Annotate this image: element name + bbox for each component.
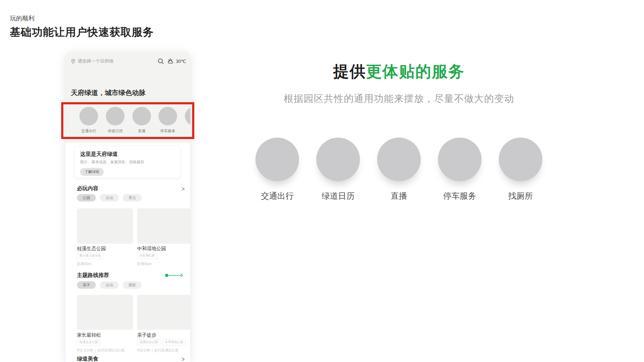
route-tag: 桂溪生态公园 (77, 339, 100, 346)
right-panel-subtitle: 根据园区共性的通用功能来摆放，尽量不做大的变动 (225, 92, 572, 105)
service-label: 交通出行 (250, 190, 304, 202)
must-play-tags: 公园 活动 景点 (77, 194, 142, 202)
park-image-placeholder[interactable] (137, 208, 190, 244)
title-green-part: 更体贴的服务 (366, 63, 465, 80)
route-name[interactable]: 亲子徒步 (137, 332, 156, 338)
route-tag: 中和湿地公园 (162, 339, 186, 346)
route-arrow-icon[interactable] (165, 273, 185, 278)
parking-circle-icon (438, 138, 482, 181)
food-header: 绿道美食 > (77, 356, 185, 362)
tag-park[interactable]: 公园 (77, 194, 96, 202)
route-tags: 桂溪生态公园 中和湿地公园 (137, 339, 186, 346)
service-label: 直播 (372, 190, 426, 202)
toilet-circle-icon (499, 138, 542, 181)
intro-card-title: 这里是天府绿道 (80, 151, 175, 158)
route-image-placeholder[interactable] (137, 295, 190, 330)
park-tags: 抖音网红桥 (137, 253, 157, 259)
service-parking: 停车服务 (433, 138, 487, 202)
tag-activity[interactable]: 活动 (100, 194, 119, 202)
tag-photo[interactable]: 摄影 (123, 281, 142, 289)
route-image-placeholder[interactable] (77, 295, 133, 330)
intro-card: 这里是天府绿道 简介、基本信息、发展历史、后续规划 了解详情 (74, 146, 181, 178)
search-icon[interactable] (158, 58, 164, 64)
slide-title: 基础功能让用户快速获取服务 (10, 25, 154, 40)
park-tags: 最大露天游乐场 (77, 253, 103, 259)
right-panel-title: 提供更体贴的服务 (250, 61, 547, 82)
tag-sports[interactable]: 运动 (100, 281, 119, 289)
search-placeholder: 请选择一个目的地 (78, 58, 158, 64)
must-play-header: 必玩内容 > (77, 185, 185, 192)
service-transport: 交通出行 (250, 138, 304, 202)
slide-page: 玩的顺利 基础功能让用户快速获取服务 请选择一个目的地 (0, 0, 644, 362)
temperature-label: 30℃ (176, 59, 186, 64)
transport-circle-icon (255, 138, 299, 181)
service-toilet: 找厕所 (494, 138, 547, 202)
annotation-red-box (61, 102, 194, 139)
live-circle-icon (377, 138, 421, 181)
location-pin-icon (71, 59, 75, 64)
tag-scenic[interactable]: 景点 (123, 194, 142, 202)
phone-hero-title: 天府绿道，城市绿色动脉 (71, 88, 146, 98)
food-arrow-icon[interactable]: > (182, 356, 185, 362)
route-tags: 桂溪生态公园 (77, 339, 100, 346)
tag-family[interactable]: 亲子 (77, 281, 96, 289)
calendar-circle-icon (316, 138, 360, 181)
weather-icon[interactable] (167, 58, 175, 64)
must-play-arrow-icon[interactable]: > (182, 185, 185, 192)
park-name[interactable]: 中和湿地公园 (137, 246, 166, 252)
slide-eyebrow: 玩的顺利 (10, 14, 34, 23)
title-black-part: 提供 (333, 63, 366, 80)
services-row: 交通出行 绿道日历 直播 停车服务 找厕所 (250, 138, 547, 202)
route-tag: 桂溪生态公园 (137, 339, 160, 346)
route-name[interactable]: 家长最轻松 (77, 332, 101, 338)
park-distance: 距离5km (77, 262, 92, 267)
routes-tags: 亲子 运动 摄影 (77, 281, 142, 289)
park-image-placeholder[interactable] (77, 208, 133, 244)
park-tag: 最大露天游乐场 (77, 253, 103, 259)
phone-screen: 请选择一个目的地 30℃ 天府绿 (65, 53, 190, 362)
route-meta: 约1.5小时｜步行距离0.5公里 (77, 348, 125, 353)
service-live: 直播 (372, 138, 426, 202)
park-distance: 距离5km (137, 262, 152, 267)
route-meta: 约2小时｜步行距离6公里 (137, 348, 179, 353)
routes-title: 主题路线推荐 (77, 272, 109, 279)
food-title: 绿道美食 (77, 356, 98, 362)
service-label: 绿道日历 (311, 190, 365, 202)
service-label: 停车服务 (433, 190, 487, 202)
service-label: 找厕所 (494, 190, 547, 202)
must-play-title: 必玩内容 (77, 185, 98, 192)
service-calendar: 绿道日历 (311, 138, 365, 202)
park-name[interactable]: 桂溪生态公园 (77, 246, 106, 252)
park-tag: 抖音网红桥 (137, 253, 157, 259)
search-bar[interactable]: 请选择一个目的地 30℃ (71, 57, 186, 65)
intro-details-button[interactable]: 了解详情 (80, 168, 104, 176)
intro-card-subtitle: 简介、基本信息、发展历史、后续规划 (80, 160, 175, 165)
routes-header: 主题路线推荐 (77, 272, 185, 279)
phone-mockup: 请选择一个目的地 30℃ 天府绿 (65, 53, 190, 362)
